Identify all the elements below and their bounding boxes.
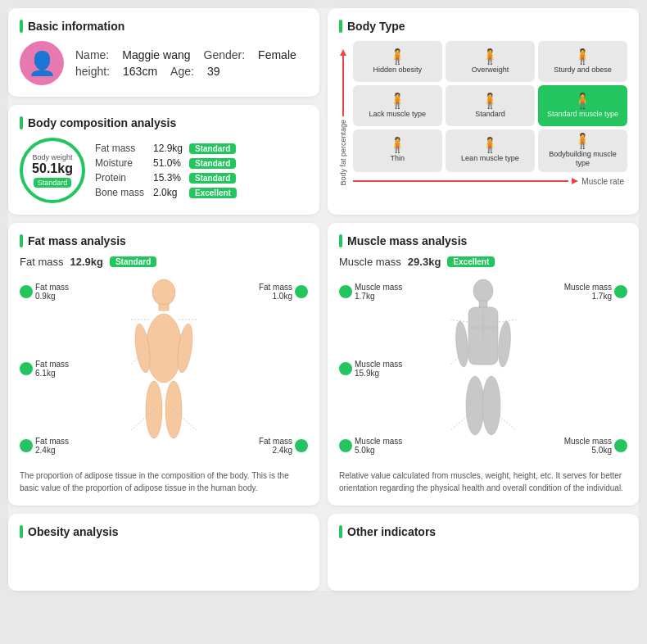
- thin-icon: 🧍: [388, 138, 406, 152]
- gender-value: Female: [258, 48, 296, 61]
- fat-bottom-right-dot: [295, 439, 308, 452]
- overweight-label: Overweight: [472, 66, 509, 75]
- weight-value: 50.1kg: [32, 161, 73, 176]
- sturdy-obese-label: Sturdy and obese: [554, 66, 612, 75]
- muscle-mass-summary-value: 29.3kg: [408, 256, 441, 268]
- muscle-bottom-left-value: 5.0kg: [355, 446, 402, 455]
- bt-cell-lack-muscle[interactable]: 🧍 Lack muscle type: [353, 85, 442, 126]
- fat-top-left-dot: [20, 285, 33, 298]
- sturdy-obese-icon: 🧍: [573, 49, 591, 64]
- body-type-grid: Body fat percentage 🧍 Hidden obesity 🧍 O…: [339, 41, 627, 186]
- muscle-right-annotations: Muscle mass 1.7kg Muscle mass 5.0kg: [554, 274, 627, 463]
- fat-right-annotations: Fat mass 1.0kg Fat mass 2.4kg: [234, 274, 308, 463]
- fat-mid-left-value: 6.1kg: [35, 369, 69, 378]
- fat-bottom-right-value: 2.4kg: [259, 446, 292, 455]
- moisture-badge: Standard: [189, 158, 236, 169]
- x-axis-line: [353, 180, 569, 182]
- muscle-mass-summary-label: Muscle mass: [339, 256, 401, 268]
- muscle-mid-left: Muscle mass 15.9kg: [339, 360, 413, 378]
- fat-top-right-dot: [295, 285, 308, 298]
- muscle-bottom-right: Muscle mass 5.0kg: [564, 437, 627, 455]
- bt-cell-bodybuilding[interactable]: 🧍 Bodybuilding muscle type: [538, 129, 627, 172]
- x-axis-label: Muscle rate: [581, 177, 624, 186]
- fat-top-left-label: Fat mass: [35, 283, 69, 292]
- muscle-mid-left-value: 15.9kg: [355, 369, 402, 378]
- muscle-top-left-text: Muscle mass 1.7kg: [355, 283, 402, 301]
- fat-top-right-value: 1.0kg: [259, 292, 292, 301]
- composition-content: Body weight 50.1kg Standard Fat mass 12.…: [20, 138, 308, 203]
- fat-mass-summary-value: 12.9kg: [70, 256, 102, 268]
- svg-point-20: [482, 376, 500, 435]
- fat-mass-value: 12.9kg: [153, 143, 184, 154]
- person-icon: 👤: [28, 50, 57, 77]
- bone-mass-value: 2.0kg: [153, 187, 184, 198]
- muscle-mass-card: Muscle mass analysis Muscle mass 29.3kg …: [328, 223, 639, 506]
- fat-top-right-label: Fat mass: [259, 283, 292, 292]
- info-rows: Name: Maggie wang Gender: Female height:…: [75, 48, 296, 78]
- standard-label: Standard: [475, 110, 505, 119]
- fat-top-left: Fat mass 0.9kg: [20, 283, 93, 301]
- thin-label: Thin: [391, 154, 405, 163]
- age-value: 39: [207, 65, 220, 78]
- svg-rect-13: [479, 301, 487, 307]
- svg-point-17: [455, 320, 470, 367]
- muscle-top-right-label: Muscle mass: [564, 283, 612, 292]
- lean-muscle-icon: 🧍: [481, 138, 499, 152]
- muscle-top-left-dot: [339, 285, 352, 298]
- composition-metrics: Fat mass 12.9kg Standard Moisture 51.0% …: [95, 143, 308, 198]
- name-value: Maggie wang: [122, 48, 190, 61]
- fat-description: The proportion of adipose tissue in the …: [20, 469, 308, 494]
- fat-mass-header: Fat mass 12.9kg Standard: [20, 256, 308, 268]
- lack-muscle-label: Lack muscle type: [369, 110, 427, 119]
- bt-cell-sturdy-obese[interactable]: 🧍 Sturdy and obese: [538, 41, 627, 82]
- fat-mass-badge: Standard: [189, 143, 236, 154]
- bt-cell-thin[interactable]: 🧍 Thin: [353, 129, 442, 172]
- moisture-label: Moisture: [95, 157, 148, 169]
- body-type-title: Body Type: [339, 20, 627, 33]
- fat-mass-title: Fat mass analysis: [20, 234, 308, 247]
- fat-bottom-right-text: Fat mass 2.4kg: [259, 437, 292, 455]
- avatar: 👤: [20, 41, 64, 85]
- muscle-mass-title: Muscle mass analysis: [339, 234, 627, 247]
- fat-top-right: Fat mass 1.0kg: [259, 283, 308, 301]
- fat-mass-label: Fat mass: [95, 143, 148, 154]
- bt-cell-standard-muscle[interactable]: 🧍 Standard muscle type: [538, 85, 627, 126]
- fat-left-annotations: Fat mass 0.9kg Fat mass 6.1kg Fat mass: [20, 274, 93, 463]
- muscle-top-right-dot: [614, 285, 627, 298]
- fat-mass-summary-badge: Standard: [110, 256, 156, 267]
- weight-label: Body weight: [32, 153, 72, 161]
- bt-cell-hidden-obesity[interactable]: 🧍 Hidden obesity: [353, 41, 442, 82]
- bt-row-bottom: 🧍 Thin 🧍 Lean muscle type 🧍 Bodybuilding…: [353, 129, 627, 172]
- basic-info-content: 👤 Name: Maggie wang Gender: Female heigh…: [20, 41, 308, 85]
- svg-rect-1: [159, 304, 169, 311]
- svg-point-18: [497, 320, 513, 367]
- bt-cell-standard[interactable]: 🧍 Standard: [446, 85, 535, 126]
- muscle-description: Relative value calculated from muscles, …: [339, 469, 627, 494]
- basic-info-title: Basic information: [20, 20, 308, 33]
- gender-label: Gender:: [204, 48, 246, 61]
- svg-point-19: [466, 376, 484, 435]
- fat-bottom-left: Fat mass 2.4kg: [20, 437, 93, 455]
- bt-cell-lean-muscle[interactable]: 🧍 Lean muscle type: [446, 129, 535, 172]
- fat-body-figure-area: Fat mass 0.9kg Fat mass 6.1kg Fat mass: [20, 274, 308, 463]
- fat-mass-summary-label: Fat mass: [20, 256, 63, 268]
- bone-mass-label: Bone mass: [95, 187, 148, 198]
- muscle-body-figure-area: Muscle mass 1.7kg Muscle mass 15.9kg Mus…: [339, 274, 627, 463]
- other-indicators-placeholder: [339, 546, 627, 579]
- muscle-bottom-left-text: Muscle mass 5.0kg: [355, 437, 402, 455]
- muscle-left-annotations: Muscle mass 1.7kg Muscle mass 15.9kg Mus…: [339, 274, 413, 463]
- y-axis: Body fat percentage: [339, 41, 348, 186]
- muscle-bottom-left-label: Muscle mass: [355, 437, 402, 446]
- height-label: height:: [75, 65, 110, 78]
- bt-cell-overweight[interactable]: 🧍 Overweight: [446, 41, 535, 82]
- age-label: Age:: [170, 65, 194, 78]
- muscle-bottom-right-label: Muscle mass: [564, 437, 612, 446]
- fat-mid-left-dot: [20, 362, 33, 375]
- fat-top-left-value: 0.9kg: [35, 292, 69, 301]
- fat-top-right-text: Fat mass 1.0kg: [259, 283, 292, 301]
- name-row: Name: Maggie wang Gender: Female: [75, 48, 296, 61]
- fat-mass-card: Fat mass analysis Fat mass 12.9kg Standa…: [8, 223, 319, 506]
- weight-circle: Body weight 50.1kg Standard: [20, 138, 85, 203]
- basic-info-card: Basic information 👤 Name: Maggie wang Ge…: [8, 8, 319, 97]
- height-row: height: 163cm Age: 39: [75, 65, 296, 78]
